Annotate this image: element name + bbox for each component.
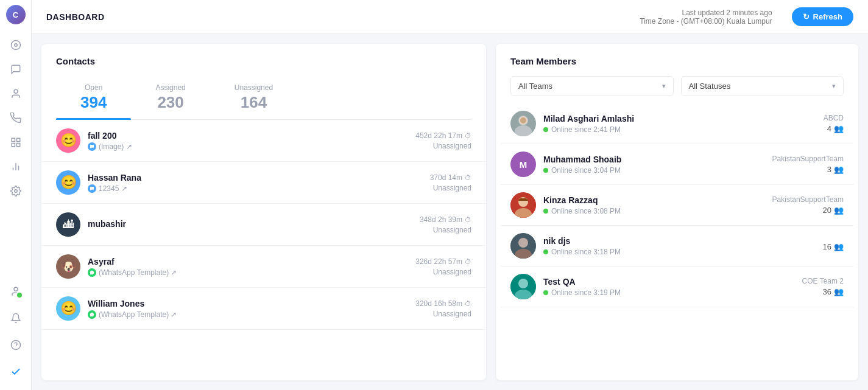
member-name: Muhammad Shoaib [543,155,765,164]
contact-info: William Jones (WhatsApp Template) ↗ [80,299,415,319]
sidebar-item-settings[interactable] [5,180,27,202]
contact-status: Unassigned [415,142,471,150]
member-name: Milad Asghari Amlashi [543,114,816,124]
member-meta: PakistanSupportTeam 20 👥 [772,195,844,215]
svg-point-1 [14,44,17,47]
member-count: 20 👥 [772,206,844,215]
sidebar-item-contacts[interactable] [5,83,27,105]
filter-teams-label: All Teams [518,82,552,91]
contact-time: 326d 22h 57m ⏱ [415,257,471,266]
sidebar-item-reports[interactable] [5,156,27,178]
chevron-down-icon: ▾ [832,82,836,90]
people-icon: 👥 [834,165,844,174]
people-icon: 👥 [834,124,844,133]
member-info: Test QA Online since 3:19 PM [536,277,802,297]
contact-sub: (WhatsApp Template) ↗ [88,268,408,277]
svg-point-15 [515,125,532,136]
member-status: Online since 3:08 PM [543,207,765,215]
online-dot [543,127,548,132]
svg-point-11 [14,287,18,291]
contact-channel-label: (WhatsApp Template) ↗ [99,268,177,277]
contact-meta: 370d 14m ⏱ Unassigned [430,173,471,192]
sidebar-avatar[interactable]: C [6,5,26,24]
team-header: Team Members All Teams ▾ All Statuses ▾ [496,44,858,103]
member-team: PakistanSupportTeam [772,155,844,163]
contact-item[interactable]: 😊 fall 200 (Image) ↗ 452d 22h 17m ⏱ Unas… [41,120,486,162]
sidebar-item-check[interactable] [5,361,27,383]
member-info: Milad Asghari Amlashi Online since 2:41 … [536,114,824,134]
team-member-item[interactable]: Kinza Razzaq Online since 3:08 PM Pakist… [501,185,853,226]
dashboard-body: Contacts Open 394 Assigned 230 Unassigne… [32,34,868,390]
tab-unassigned-value: 164 [235,93,273,112]
tab-open[interactable]: Open 394 [56,76,131,119]
member-avatar [510,233,536,259]
sidebar-item-help[interactable] [5,334,27,356]
contact-avatar: 😊 [56,170,80,195]
contact-time: 320d 16h 58m ⏱ [415,299,471,308]
tab-open-label: Open [80,83,107,92]
member-name: Kinza Razzaq [543,195,765,205]
contact-info: mubashir [80,219,420,231]
svg-rect-5 [16,144,19,147]
team-title: Team Members [510,56,844,66]
contact-item[interactable]: 😊 William Jones (WhatsApp Template) ↗ 32… [41,288,486,330]
contact-name: fall 200 [88,131,408,141]
filter-statuses[interactable]: All Statuses ▾ [681,76,844,96]
people-icon: 👥 [834,287,844,296]
contact-avatar: 😊 [56,128,80,153]
sidebar-item-org[interactable] [5,131,27,153]
contact-meta: 452d 22h 17m ⏱ Unassigned [415,131,471,150]
contact-sub: (WhatsApp Template) ↗ [88,310,408,319]
team-filters: All Teams ▾ All Statuses ▾ [510,76,844,96]
channel-icon [88,184,96,193]
contact-status: Unassigned [430,184,471,192]
sidebar-item-notifications[interactable] [5,307,27,329]
filter-teams[interactable]: All Teams ▾ [510,76,674,96]
member-avatar [510,192,536,218]
sidebar-item-broadcast[interactable] [5,107,27,129]
refresh-icon: ↻ [803,12,810,21]
contact-meta: 348d 2h 39m ⏱ Unassigned [420,215,471,234]
channel-icon [88,268,96,277]
member-status: Online since 3:19 PM [543,288,795,297]
contact-name: mubashir [88,219,412,229]
tab-unassigned[interactable]: Unassigned 164 [210,76,297,119]
member-status: Online since 2:41 PM [543,125,816,134]
header: DASHBOARD Last updated 2 minutes ago Tim… [32,0,868,34]
team-member-item[interactable]: Test QA Online since 3:19 PM COE Team 2 … [501,266,853,307]
member-count: 3 👥 [772,165,844,174]
contact-channel-label: (Image) ↗ [99,142,132,151]
contact-avatar: 😊 [56,296,80,321]
tab-assigned[interactable]: Assigned 230 [131,76,210,119]
contact-name: William Jones [88,299,408,308]
contact-status: Unassigned [415,310,471,318]
member-info: Kinza Razzaq Online since 3:08 PM [536,195,772,215]
people-icon: 👥 [834,206,844,215]
sidebar-item-home[interactable] [5,34,27,56]
team-member-item[interactable]: M Muhammad Shoaib Online since 3:04 PM P… [501,144,853,185]
tab-assigned-value: 230 [155,93,185,112]
team-member-item[interactable]: Milad Asghari Amlashi Online since 2:41 … [501,103,853,144]
contact-item[interactable]: 🏙 mubashir 348d 2h 39m ⏱ Unassigned [41,204,486,246]
svg-point-0 [11,41,20,50]
contact-item[interactable]: 😊 Hassan Rana 12345 ↗ 370d 14m ⏱ Unassig… [41,162,486,204]
member-count: 4 👥 [824,124,844,133]
team-member-item[interactable]: nik djs Online since 3:18 PM 16 👥 [501,226,853,266]
refresh-button[interactable]: ↻ Refresh [792,7,853,26]
contact-sub: (Image) ↗ [88,142,408,151]
tab-assigned-label: Assigned [155,83,185,92]
contact-name: Asyraf [88,257,408,266]
member-name: Test QA [543,277,795,287]
contact-item[interactable]: 🐶 Asyraf (WhatsApp Template) ↗ 326d 22h … [41,246,486,288]
member-info: Muhammad Shoaib Online since 3:04 PM [536,155,772,175]
svg-rect-4 [16,138,19,141]
svg-point-10 [14,190,17,193]
sidebar-item-chat[interactable] [5,58,27,80]
member-meta: 16 👥 [823,240,844,251]
svg-point-2 [14,89,18,93]
sidebar-item-agents[interactable] [5,280,27,302]
people-icon: 👥 [834,242,844,251]
member-count: 16 👥 [823,242,844,251]
member-count: 36 👥 [802,287,844,296]
contact-meta: 326d 22h 57m ⏱ Unassigned [415,257,471,276]
